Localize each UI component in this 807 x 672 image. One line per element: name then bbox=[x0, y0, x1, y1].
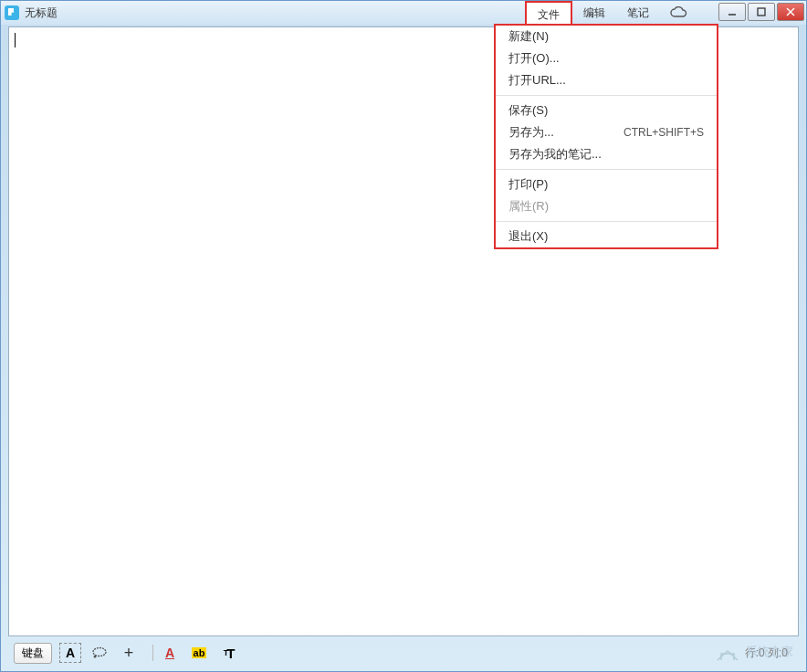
menu-item-label: 打开(O)... bbox=[508, 50, 560, 67]
status-cursor-position: 行:0 列:0 bbox=[745, 646, 788, 661]
text-select-icon[interactable]: A bbox=[59, 643, 81, 663]
menu-item-label: 打印(P) bbox=[508, 176, 548, 193]
menu-item-label: 新建(N) bbox=[508, 28, 549, 45]
window-controls bbox=[717, 3, 804, 21]
close-button[interactable] bbox=[777, 3, 804, 21]
lasso-icon[interactable] bbox=[89, 643, 110, 663]
menu-notes[interactable]: 笔记 bbox=[616, 1, 660, 25]
file-menu-dropdown: 新建(N) 打开(O)... 打开URL... 保存(S) 另存为... CTR… bbox=[494, 24, 718, 249]
menu-item-label: 保存(S) bbox=[508, 102, 548, 119]
menu-item-save[interactable]: 保存(S) bbox=[496, 100, 717, 121]
bottom-toolbar: 键盘 A + A ab TT 行:0 列:0 bbox=[8, 640, 799, 666]
menu-item-save-as[interactable]: 另存为... CTRL+SHIFT+S bbox=[496, 121, 717, 143]
menu-item-label: 另存为... bbox=[508, 124, 554, 141]
titlebar: 无标题 文件 编辑 笔记 bbox=[1, 1, 806, 25]
toolbar-divider bbox=[152, 645, 153, 661]
menu-separator bbox=[496, 169, 717, 170]
menu-item-exit[interactable]: 退出(X) bbox=[496, 226, 717, 247]
minimize-button[interactable] bbox=[718, 3, 746, 21]
app-icon bbox=[5, 5, 19, 20]
menu-item-save-as-note[interactable]: 另存为我的笔记... bbox=[496, 143, 717, 165]
svg-point-4 bbox=[93, 648, 106, 656]
menu-item-label: 退出(X) bbox=[508, 228, 548, 245]
cloud-icon[interactable] bbox=[669, 6, 687, 19]
menu-item-label: 打开URL... bbox=[508, 72, 566, 89]
window-title: 无标题 bbox=[25, 5, 58, 21]
menu-item-print[interactable]: 打印(P) bbox=[496, 173, 717, 195]
plus-icon[interactable]: + bbox=[118, 643, 140, 663]
font-color-icon[interactable]: A bbox=[159, 643, 181, 663]
highlight-icon[interactable]: ab bbox=[188, 643, 210, 663]
keyboard-button[interactable]: 键盘 bbox=[14, 643, 52, 664]
maximize-button[interactable] bbox=[748, 3, 775, 21]
menu-separator bbox=[496, 95, 717, 96]
menu-separator bbox=[496, 221, 717, 222]
menu-item-label: 属性(R) bbox=[508, 198, 549, 215]
menu-item-open[interactable]: 打开(O)... bbox=[496, 47, 717, 69]
text-size-icon[interactable]: TT bbox=[217, 643, 239, 663]
text-cursor bbox=[15, 33, 16, 47]
svg-point-5 bbox=[94, 656, 97, 658]
menu-item-label: 另存为我的笔记... bbox=[508, 146, 602, 163]
menu-item-new[interactable]: 新建(N) bbox=[496, 26, 717, 47]
menu-item-open-url[interactable]: 打开URL... bbox=[496, 69, 717, 91]
menubar: 文件 编辑 笔记 bbox=[525, 1, 697, 25]
menu-item-shortcut: CTRL+SHIFT+S bbox=[624, 126, 704, 139]
menu-item-properties: 属性(R) bbox=[496, 195, 717, 217]
menu-file[interactable]: 文件 bbox=[525, 1, 572, 25]
app-window: 无标题 文件 编辑 笔记 新建(N) 打开(O)... 打开URL... bbox=[0, 0, 807, 672]
menu-edit[interactable]: 编辑 bbox=[572, 1, 616, 25]
svg-rect-1 bbox=[758, 8, 765, 16]
